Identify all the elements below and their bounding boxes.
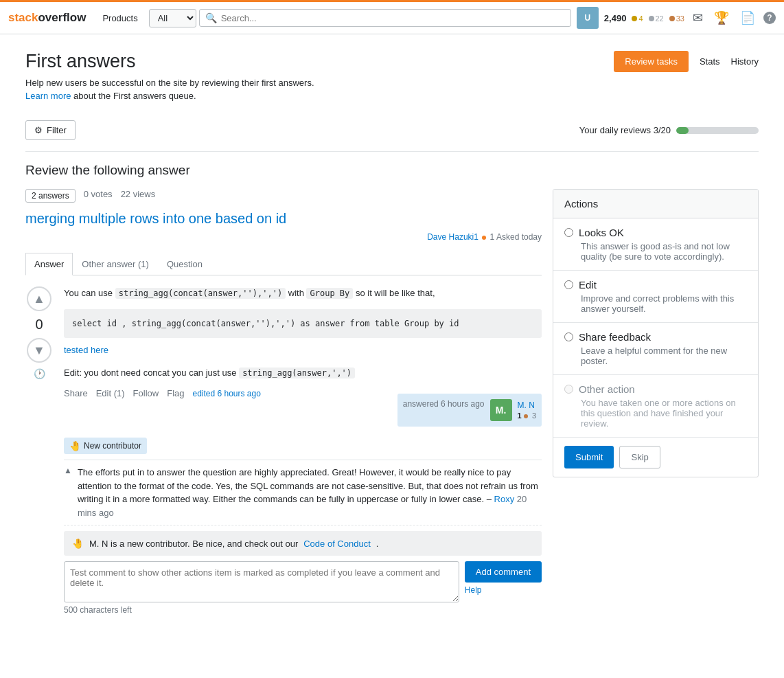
gear-icon: ⚙ (34, 125, 43, 135)
review-layout: 2 answers 0 votes 22 views merging multi… (25, 189, 759, 626)
filter-label: Filter (47, 125, 67, 135)
answered-when-text: answered 6 hours ago (403, 399, 485, 409)
comment-item: ▲ The efforts put in to answer the quest… (64, 460, 542, 526)
other-action-desc: You have taken one or more actions on th… (581, 398, 747, 429)
answerer-card: answered 6 hours ago M. M. N 1 (397, 394, 542, 427)
share-feedback-label: Share feedback (579, 331, 651, 343)
answer-text-mid1: with (288, 288, 307, 298)
edited-when-link[interactable]: edited 6 hours ago (192, 389, 260, 398)
question-author: Dave Hazuki1 1 Asked today (25, 232, 542, 242)
share-feedback-desc: Leave a helpful comment for the new post… (581, 346, 747, 366)
comment-body: The efforts put in to answer the questio… (78, 467, 538, 504)
answers-badge: 2 answers (25, 189, 76, 203)
downvote-button[interactable]: ▼ (27, 338, 51, 363)
looks-ok-desc: This answer is good as-is and not low qu… (581, 241, 747, 262)
vote-column: ▲ 0 ▼ 🕐 (25, 286, 53, 615)
help-button[interactable]: ? (763, 12, 776, 24)
code-block: select id , string_agg(concat(answer,'')… (64, 309, 542, 338)
tab-question[interactable]: Question (158, 253, 211, 275)
skip-button[interactable]: Skip (619, 446, 660, 468)
author-link[interactable]: Dave Hazuki1 (427, 232, 479, 242)
add-comment-button[interactable]: Add comment (465, 561, 542, 583)
page-header: First answers Help new users be successf… (25, 51, 759, 104)
user-reputation: 2,490 (604, 13, 627, 23)
asked-when: Asked today (496, 232, 542, 242)
answerer-avatar: M. (490, 399, 512, 421)
notice-text-before: M. N is a new contributor. Be nice, and … (89, 539, 298, 549)
submit-button[interactable]: Submit (564, 446, 614, 468)
action-other: Other action You have taken one or more … (553, 375, 758, 438)
follow-link[interactable]: Follow (133, 388, 159, 398)
other-action-radio[interactable] (564, 385, 573, 394)
new-contributor-label: New contributor (84, 441, 141, 451)
tested-here-link[interactable]: tested here (64, 345, 108, 355)
comment-author-link[interactable]: Roxy (494, 494, 515, 504)
upvote-button[interactable]: ▲ (27, 286, 51, 311)
search-scope-select[interactable]: All (149, 9, 196, 27)
comment-help-link[interactable]: Help (465, 585, 542, 595)
edit-desc: Improve and correct problems with this a… (581, 293, 747, 314)
header-actions: First answers Help new users be successf… (25, 51, 759, 104)
inbox-icon[interactable]: ✉ (690, 8, 706, 28)
stats-link[interactable]: Stats (700, 56, 720, 67)
inline-code-1: string_agg(concat(answer,''),',') (115, 288, 286, 299)
help-icon[interactable]: 📄 (737, 8, 758, 28)
header-left: First answers Help new users be successf… (25, 51, 314, 104)
page-desc-2: Learn more about the First answers queue… (25, 91, 314, 101)
share-link[interactable]: Share (64, 388, 88, 398)
share-feedback-radio[interactable] (564, 332, 573, 341)
products-nav[interactable]: Products (97, 13, 143, 23)
tab-answer[interactable]: Answer (25, 253, 73, 275)
hand-icon: 🤚 (69, 440, 81, 451)
action-looks-ok: Looks OK This answer is good as-is and n… (553, 218, 758, 271)
code-block-text: select id , string_agg(concat(answer,'')… (72, 319, 459, 328)
add-comment-row: Add comment Help (64, 561, 542, 602)
main-content: First answers Help new users be successf… (14, 34, 770, 642)
edit-radio[interactable] (564, 280, 573, 289)
edit-label: Edit (579, 279, 597, 291)
progress-bar-fill (676, 127, 689, 134)
history-link[interactable]: History (731, 56, 759, 67)
review-heading: Review the following answer (25, 163, 759, 178)
search-container: 🔍 (199, 9, 571, 27)
save-button[interactable]: 🕐 (34, 368, 45, 379)
learn-more-link[interactable]: Learn more (25, 91, 71, 101)
comment-input[interactable] (64, 561, 459, 602)
answerer-name-link[interactable]: M. N (518, 400, 535, 410)
silver-badge: 22 (649, 13, 664, 23)
answer-tabs: Answer Other answer (1) Question (25, 253, 542, 275)
author-badge-dot (482, 236, 486, 240)
edit-link[interactable]: Edit (1) (96, 388, 125, 398)
answered-meta: Share Edit (1) Follow Flag edited 6 hour… (64, 388, 542, 427)
answer-text: You can use string_agg(concat(answer,'')… (64, 286, 542, 301)
looks-ok-label: Looks OK (579, 227, 624, 238)
new-contributor-notice: 🤚 M. N is a new contributor. Be nice, an… (64, 531, 542, 556)
answerer-bronze-dot (524, 414, 528, 418)
achievements-icon[interactable]: 🏆 (711, 8, 732, 28)
review-tasks-button[interactable]: Review tasks (614, 51, 689, 72)
comment-vote-up[interactable]: ▲ (64, 466, 72, 519)
daily-reviews: Your daily reviews 3/20 (579, 125, 759, 135)
comment-section: ▲ The efforts put in to answer the quest… (64, 460, 542, 526)
code-of-conduct-link[interactable]: Code of Conduct (303, 539, 371, 549)
notice-hand-icon: 🤚 (72, 538, 84, 549)
notice-text-after: . (376, 539, 379, 549)
chars-left: 500 characters left (64, 605, 542, 615)
edit-text-container: Edit: you dont need concat you can just … (64, 366, 542, 381)
inline-code-2: Group By (306, 288, 353, 299)
header-right: Review tasks Stats History (614, 51, 759, 72)
flag-link[interactable]: Flag (167, 388, 184, 398)
bronze-badge: 33 (669, 13, 684, 23)
filter-button[interactable]: ⚙ Filter (25, 120, 76, 140)
topbar-right: U 2,490 4 22 33 ✉ 🏆 📄 ? (577, 7, 776, 29)
action-share-feedback: Share feedback Leave a helpful comment f… (553, 323, 758, 375)
looks-ok-radio[interactable] (564, 228, 573, 237)
search-input[interactable] (221, 13, 565, 23)
inline-code-3: string_agg(answer,',') (239, 368, 355, 378)
question-link[interactable]: merging multiple rows into one based on … (25, 211, 542, 227)
site-logo[interactable]: stackoverflow (8, 11, 86, 25)
vote-count: 0 (35, 317, 43, 332)
tab-other-answer[interactable]: Other answer (1) (73, 253, 158, 275)
avatar[interactable]: U (577, 7, 599, 29)
views-count: 22 views (121, 189, 156, 203)
